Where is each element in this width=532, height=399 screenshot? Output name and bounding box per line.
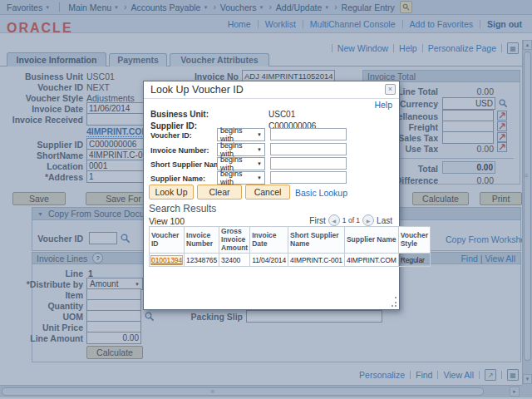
modal-title: Look Up Voucher ID (150, 84, 244, 96)
search-results-title: Search Results (149, 203, 216, 214)
criteria-short-supplier-name-label: Short Supplier Name: (150, 160, 227, 169)
last-link[interactable]: Last (377, 216, 392, 225)
col-invoice-number[interactable]: Invoice Number (185, 227, 219, 254)
cell-voucher-id: 01001394 (150, 254, 185, 267)
criteria-short-supplier-name-operator[interactable]: begins with ▼ (217, 157, 265, 170)
close-icon[interactable]: × (385, 84, 396, 95)
col-short-supplier-name[interactable]: Short Supplier Name (288, 227, 345, 254)
view-100-link[interactable]: View 100 (149, 216, 185, 226)
modal-supplier-id-label: Supplier ID: (150, 121, 197, 131)
cell-voucher-style: Regular (398, 254, 430, 267)
chevron-down-icon: ▼ (257, 175, 262, 180)
clear-button[interactable]: Clear (197, 185, 242, 200)
col-voucher-style[interactable]: Voucher Style (398, 227, 430, 254)
criteria-invoice-number-operator[interactable]: begins with ▼ (217, 143, 265, 156)
col-gross-invoice-amount[interactable]: Gross Invoice Amount (219, 227, 250, 254)
criteria-voucher-id-input[interactable] (270, 128, 347, 140)
criteria-invoice-number-input[interactable] (270, 143, 347, 155)
chevron-down-icon: ▼ (257, 161, 262, 166)
table-row: 01001394 12348765 32400 11/04/2014 4IMPR… (150, 254, 431, 267)
chevron-down-icon: ▼ (257, 147, 262, 152)
criteria-short-supplier-name-input[interactable] (270, 157, 347, 170)
criteria-voucher-id-operator[interactable]: begins with ▼ (217, 128, 265, 141)
criteria-supplier-name-label: Supplier Name: (150, 175, 205, 183)
next-page-icon[interactable]: ▶ (362, 214, 374, 226)
resize-grip[interactable] (390, 300, 397, 307)
operator-value: begins with (220, 126, 257, 143)
table-header-row: Voucher ID Invoice Number Gross Invoice … (150, 227, 431, 254)
modal-help-link[interactable]: Help (374, 100, 392, 110)
voucher-id-result-link[interactable]: 01001394 (151, 256, 182, 264)
cell-invoice-date: 11/04/2014 (250, 254, 288, 267)
criteria-voucher-id-label: Voucher ID: (150, 131, 192, 140)
cancel-button[interactable]: Cancel (245, 185, 290, 200)
look-up-button[interactable]: Look Up (149, 185, 194, 200)
col-supplier-name[interactable]: Supplier Name (344, 227, 398, 254)
results-pagination: First ◀ 1 of 1 ▶ Last (309, 214, 392, 226)
prev-page-icon[interactable]: ◀ (328, 214, 340, 226)
criteria-supplier-name-input[interactable] (270, 171, 347, 184)
page-indicator: 1 of 1 (342, 216, 360, 224)
first-link[interactable]: First (309, 216, 325, 225)
operator-value: begins with (220, 170, 257, 186)
criteria-invoice-number-label: Invoice Number: (150, 146, 209, 155)
col-invoice-date[interactable]: Invoice Date (250, 227, 288, 254)
criteria-supplier-name-operator[interactable]: begins with ▼ (217, 171, 265, 185)
cell-short-supplier-name: 4IMPRINT.C-001 (288, 254, 345, 267)
peoplesoft-voucher-page: Favorites ▼ Main Menu ▼ › Accounts Payab… (0, 0, 532, 399)
cell-supplier-name: 4IMPRINT.COM (344, 254, 398, 267)
modal-business-unit-value: USC01 (268, 110, 295, 119)
search-results-table: Voucher ID Invoice Number Gross Invoice … (149, 226, 431, 267)
modal-business-unit-label: Business Unit: (150, 110, 209, 119)
col-voucher-id[interactable]: Voucher ID (150, 227, 185, 254)
lookup-voucher-modal: Look Up Voucher ID × Help Business Unit:… (143, 81, 400, 310)
cell-gross-invoice-amount: 32400 (219, 254, 250, 267)
chevron-down-icon: ▼ (257, 132, 262, 137)
cell-invoice-number: 12348765 (185, 254, 219, 267)
basic-lookup-link[interactable]: Basic Lookup (295, 188, 347, 198)
